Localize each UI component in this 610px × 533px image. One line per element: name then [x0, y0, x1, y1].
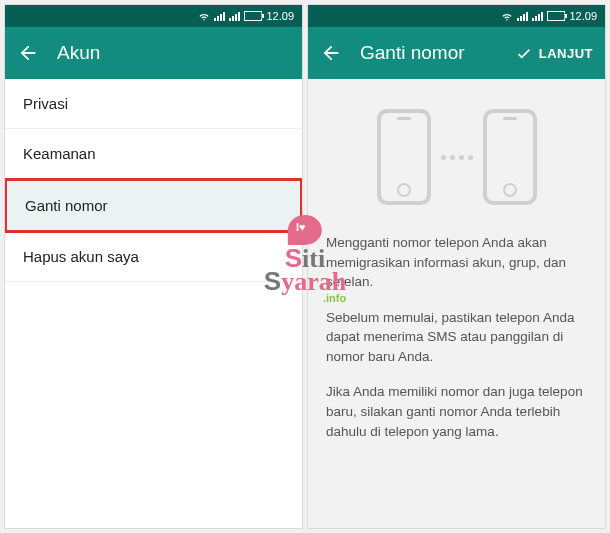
status-time: 12.09 — [569, 10, 597, 22]
status-bar: 59% 12.09 — [308, 5, 605, 27]
signal-icon-2 — [532, 11, 543, 21]
status-bar: 59% 12.09 — [5, 5, 302, 27]
menu-item-delete-account[interactable]: Hapus akun saya — [5, 232, 302, 282]
phone-icon — [483, 109, 537, 205]
signal-icon — [517, 11, 528, 21]
phone-transfer-graphic — [377, 109, 537, 205]
check-icon — [515, 44, 533, 62]
account-menu-list: Privasi Keamanan Ganti nomor Hapus akun … — [5, 79, 302, 282]
screen-account: 59% 12.09 Akun Privasi Keamanan Ganti no… — [4, 4, 303, 529]
battery-indicator: 59% — [547, 11, 565, 21]
signal-icon — [214, 11, 225, 21]
next-button[interactable]: LANJUT — [515, 44, 593, 62]
info-paragraph: Sebelum memulai, pastikan telepon Anda d… — [326, 308, 587, 367]
wifi-icon — [501, 10, 513, 22]
signal-icon-2 — [229, 11, 240, 21]
back-arrow-icon[interactable] — [320, 42, 342, 64]
page-title: Ganti nomor — [360, 42, 465, 64]
menu-item-privacy[interactable]: Privasi — [5, 79, 302, 129]
status-time: 12.09 — [266, 10, 294, 22]
info-paragraph: Mengganti nomor telepon Anda akan memigr… — [326, 233, 587, 292]
menu-item-change-number[interactable]: Ganti nomor — [4, 178, 303, 233]
next-button-label: LANJUT — [539, 46, 593, 61]
phone-icon — [377, 109, 431, 205]
info-paragraph: Jika Anda memiliki nomor dan juga telepo… — [326, 382, 587, 441]
wifi-icon — [198, 10, 210, 22]
content-area: Mengganti nomor telepon Anda akan memigr… — [308, 79, 605, 528]
battery-indicator: 59% — [244, 11, 262, 21]
screen-change-number: 59% 12.09 Ganti nomor LANJUT Mengganti n… — [307, 4, 606, 529]
page-title: Akun — [57, 42, 100, 64]
back-arrow-icon[interactable] — [17, 42, 39, 64]
dots-icon — [441, 155, 473, 160]
app-bar: Ganti nomor LANJUT — [308, 27, 605, 79]
menu-item-security[interactable]: Keamanan — [5, 129, 302, 179]
app-bar: Akun — [5, 27, 302, 79]
